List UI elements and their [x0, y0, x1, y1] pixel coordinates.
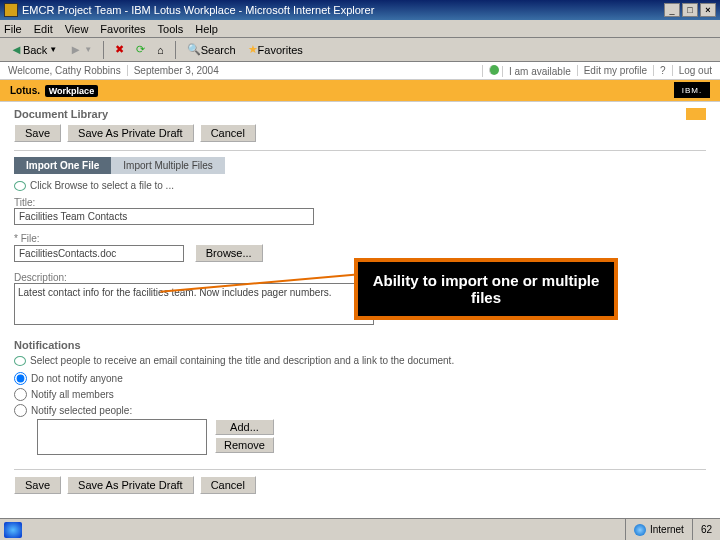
ie-status-icon	[4, 522, 22, 538]
radio-notify-none[interactable]	[14, 372, 27, 385]
required-marker: *	[14, 233, 21, 244]
add-people-button[interactable]: Add...	[215, 419, 274, 435]
menu-file[interactable]: File	[4, 23, 22, 35]
lotus-label: Lotus.	[10, 85, 40, 96]
brand-bar: Lotus. Workplace IBM.	[0, 80, 720, 102]
radio-notify-selected[interactable]	[14, 404, 27, 417]
forward-dropdown-icon: ▼	[84, 45, 92, 54]
menu-help[interactable]: Help	[195, 23, 218, 35]
radio-notify-selected-label: Notify selected people:	[31, 405, 132, 416]
stop-button[interactable]: ✖	[111, 42, 128, 57]
tab-import-multiple[interactable]: Import Multiple Files	[111, 157, 224, 174]
selected-people-listbox[interactable]	[37, 419, 207, 455]
radio-notify-all[interactable]	[14, 388, 27, 401]
close-button[interactable]: ×	[700, 3, 716, 17]
file-input[interactable]	[14, 245, 184, 262]
favorites-label: Favorites	[258, 44, 303, 56]
annotation-callout: Ability to import one or multiple files	[354, 258, 618, 320]
toolbar-separator	[103, 41, 104, 59]
back-dropdown-icon: ▼	[49, 45, 57, 54]
favorites-button[interactable]: ★ Favorites	[244, 42, 307, 57]
window-title: EMCR Project Team - IBM Lotus Workplace …	[22, 4, 662, 16]
presence-icon	[489, 65, 499, 75]
slide-number: 62	[692, 519, 720, 540]
welcome-date: September 3, 2004	[127, 65, 219, 76]
forward-button[interactable]: ► ▼	[65, 41, 96, 58]
hint-icon	[14, 356, 26, 366]
menu-favorites[interactable]: Favorites	[100, 23, 145, 35]
search-label: Search	[201, 44, 236, 56]
menu-bar: File Edit View Favorites Tools Help	[0, 20, 720, 38]
browser-toolbar: ◄ Back ▼ ► ▼ ✖ ⟳ ⌂ 🔍 Search ★ Favorites	[0, 38, 720, 62]
divider	[14, 469, 706, 470]
ibm-logo: IBM.	[674, 82, 710, 98]
logout-link[interactable]: Log out	[672, 65, 712, 76]
star-icon: ★	[248, 43, 258, 56]
portlet-edit-icon[interactable]	[686, 108, 706, 120]
notifications-heading: Notifications	[14, 339, 706, 351]
radio-notify-all-label: Notify all members	[31, 389, 114, 400]
refresh-icon: ⟳	[136, 43, 145, 56]
title-input[interactable]	[14, 208, 314, 225]
welcome-greeting: Welcome, Cathy Robbins	[8, 65, 121, 76]
workplace-label: Workplace	[45, 85, 98, 97]
cancel-button-bottom[interactable]: Cancel	[200, 476, 256, 494]
radio-notify-none-label: Do not notify anyone	[31, 373, 123, 384]
tab-import-one[interactable]: Import One File	[14, 157, 111, 174]
window-titlebar: EMCR Project Team - IBM Lotus Workplace …	[0, 0, 720, 20]
browse-button[interactable]: Browse...	[195, 244, 263, 262]
title-label: Title:	[14, 197, 706, 208]
welcome-bar: Welcome, Cathy Robbins September 3, 2004…	[0, 62, 720, 80]
home-icon: ⌂	[157, 44, 164, 56]
help-link[interactable]: ?	[653, 65, 666, 76]
availability-status[interactable]: I am available	[482, 65, 571, 77]
search-button[interactable]: 🔍 Search	[183, 42, 240, 57]
back-label: Back	[23, 44, 47, 56]
doclib-heading: Document Library	[14, 108, 108, 120]
minimize-button[interactable]: _	[664, 3, 680, 17]
menu-tools[interactable]: Tools	[158, 23, 184, 35]
back-button[interactable]: ◄ Back ▼	[6, 41, 61, 58]
toolbar-separator	[175, 41, 176, 59]
remove-people-button[interactable]: Remove	[215, 437, 274, 453]
save-button[interactable]: Save	[14, 124, 61, 142]
save-draft-button[interactable]: Save As Private Draft	[67, 124, 194, 142]
menu-view[interactable]: View	[65, 23, 89, 35]
search-icon: 🔍	[187, 43, 201, 56]
save-draft-button-bottom[interactable]: Save As Private Draft	[67, 476, 194, 494]
save-button-bottom[interactable]: Save	[14, 476, 61, 494]
zone-label: Internet	[650, 524, 684, 535]
browse-hint: Click Browse to select a file to ...	[30, 180, 174, 191]
notifications-hint: Select people to receive an email contai…	[30, 355, 454, 366]
back-arrow-icon: ◄	[10, 42, 23, 57]
status-bar: Internet 62	[0, 518, 720, 540]
edit-profile-link[interactable]: Edit my profile	[577, 65, 647, 76]
app-icon	[4, 3, 18, 17]
content-area: Document Library Save Save As Private Dr…	[0, 102, 720, 502]
security-zone: Internet	[625, 519, 692, 540]
divider	[14, 150, 706, 151]
cancel-button[interactable]: Cancel	[200, 124, 256, 142]
file-label: File:	[21, 233, 40, 244]
hint-icon	[14, 181, 26, 191]
lotus-brand: Lotus. Workplace	[10, 85, 98, 96]
maximize-button[interactable]: □	[682, 3, 698, 17]
refresh-button[interactable]: ⟳	[132, 42, 149, 57]
globe-icon	[634, 524, 646, 536]
forward-arrow-icon: ►	[69, 42, 82, 57]
menu-edit[interactable]: Edit	[34, 23, 53, 35]
availability-label: I am available	[502, 66, 571, 77]
stop-icon: ✖	[115, 43, 124, 56]
home-button[interactable]: ⌂	[153, 43, 168, 57]
